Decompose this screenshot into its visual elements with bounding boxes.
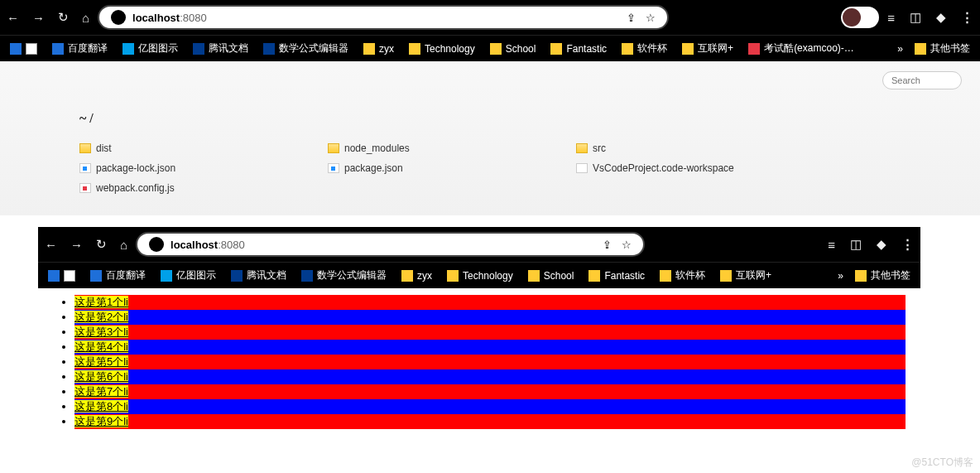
site-info-icon[interactable] (111, 10, 126, 25)
url-host: localhost (171, 239, 218, 251)
dir-icon (328, 143, 339, 153)
bookmark-item[interactable]: zyx (363, 43, 394, 55)
list-item: 这是第3个li (74, 325, 906, 340)
bookmark-icon (161, 270, 172, 282)
dir-icon (576, 143, 588, 153)
bookmark-item[interactable]: 百度翻译 (52, 41, 108, 56)
list-item: 这是第2个li (74, 310, 906, 325)
bookmark-label: 腾讯文档 (209, 41, 248, 56)
bookmark-label: 数学公式编辑器 (279, 41, 348, 56)
bookmark-item[interactable]: Fantastic (588, 270, 645, 282)
bookmark-item[interactable]: 互联网+ (720, 268, 771, 282)
bookmark-label: Technology (463, 270, 513, 282)
back-icon[interactable]: ← (7, 11, 19, 25)
list-item: 这是第7个li (74, 384, 906, 399)
star-icon[interactable]: ☆ (646, 12, 656, 24)
star-icon[interactable]: ☆ (622, 239, 632, 251)
file-entry[interactable]: package-lock.json (79, 162, 328, 174)
share-icon[interactable]: ⇪ (603, 239, 612, 251)
bookmark-item[interactable]: Technology (409, 43, 475, 55)
reload-icon[interactable]: ↻ (58, 10, 69, 25)
reload-icon[interactable]: ↻ (96, 237, 107, 252)
list-item-text: 这是第6个li (74, 370, 128, 383)
bookmark-icon (588, 270, 600, 282)
search-input[interactable] (882, 71, 962, 89)
bookmark-item[interactable]: 亿图图示 (122, 41, 178, 56)
bookmark-icon (490, 43, 502, 55)
address-bar[interactable]: localhost:8080 ⇪ ☆ (98, 5, 669, 30)
file-entry[interactable]: webpack.config.js (79, 182, 328, 194)
bookmark-label: 软件杯 (637, 41, 667, 56)
other-bookmarks[interactable]: 其他书签 (855, 268, 910, 282)
extension-pill[interactable] (841, 7, 879, 28)
browser-toolbar: ← → ↻ ⌂ localhost:8080 ⇪ ☆ ≡ ◫ ◆ ⋮ (0, 0, 980, 35)
profile-icon[interactable]: ◆ (936, 10, 946, 25)
bookmark-icon (660, 270, 671, 282)
bookmark-label: Fantastic (604, 270, 645, 282)
bookmark-label: zyx (417, 270, 432, 282)
bookmark-item[interactable]: 腾讯文档 (193, 41, 248, 56)
bookmarks-bar: 百度翻译亿图图示腾讯文档数学公式编辑器zyxTechnologySchoolFa… (0, 35, 980, 61)
url-actions: ⇪ ☆ (603, 239, 632, 251)
bookmark-item[interactable]: 数学公式编辑器 (263, 41, 348, 56)
share-icon[interactable]: ⇪ (627, 12, 636, 24)
bookmark-label: Technology (425, 43, 475, 55)
bookmark-item[interactable]: Fantastic (550, 43, 607, 55)
list-item: 这是第6个li (74, 369, 906, 384)
file-entry[interactable]: node_modules (328, 142, 576, 154)
bookmark-item[interactable]: 软件杯 (622, 41, 667, 56)
bookmark-icon (528, 270, 540, 282)
bookmark-item[interactable]: 百度翻译 (90, 268, 146, 282)
reader-icon[interactable]: ≡ (828, 238, 835, 252)
bookmark-item[interactable]: 腾讯文档 (231, 268, 286, 282)
bookmark-label: 腾讯文档 (247, 268, 286, 282)
files-grid: distnode_modulessrcpackage-lock.jsonpack… (79, 142, 980, 194)
bookmark-icon (409, 43, 420, 55)
bookmark-icon (748, 43, 760, 55)
bookmark-item[interactable]: 亿图图示 (161, 268, 216, 282)
reader-icon[interactable]: ≡ (887, 11, 895, 25)
panel-icon[interactable]: ◫ (850, 237, 862, 252)
forward-icon[interactable]: → (70, 238, 83, 252)
list-item-text: 这是第3个li (74, 326, 128, 338)
bookmark-item[interactable]: School (528, 270, 574, 282)
bookmark-item[interactable]: 软件杯 (660, 268, 705, 282)
file-listing-page: ~ / distnode_modulessrcpackage-lock.json… (0, 61, 980, 215)
overflow-icon[interactable]: » (838, 270, 843, 282)
file-entry[interactable]: dist (79, 142, 328, 154)
panel-icon[interactable]: ◫ (910, 10, 921, 25)
toolbar-right-icons: ≡ ◫ ◆ ⋮ (887, 10, 973, 25)
file-entry[interactable]: src (576, 142, 824, 154)
back-icon[interactable]: ← (45, 238, 57, 252)
list-item-text: 这是第4个li (74, 340, 128, 353)
translate-icon (10, 43, 22, 55)
app-icon (64, 270, 75, 282)
home-icon[interactable]: ⌂ (120, 238, 127, 252)
js-icon (79, 183, 91, 193)
list-item-text: 这是第2个li (74, 311, 128, 323)
styled-list: 这是第1个li这是第2个li这是第3个li这是第4个li这是第5个li这是第6个… (53, 295, 906, 429)
site-info-icon[interactable] (149, 237, 164, 252)
bookmark-icon (401, 270, 413, 282)
forward-icon[interactable]: → (32, 11, 45, 25)
menu-icon[interactable]: ⋮ (901, 237, 914, 252)
home-icon[interactable]: ⌂ (82, 11, 89, 25)
json-icon (79, 163, 91, 173)
menu-icon[interactable]: ⋮ (961, 10, 973, 25)
bookmark-item[interactable]: 数学公式编辑器 (301, 268, 387, 282)
file-entry[interactable]: VsCodeProject.code-workspace (576, 162, 824, 174)
overflow-icon[interactable]: » (897, 43, 903, 55)
list-item-text: 这是第5个li (74, 355, 128, 368)
list-item: 这是第9个li (74, 414, 906, 429)
address-bar[interactable]: localhost:8080 ⇪ ☆ (136, 232, 645, 257)
file-name: package.json (344, 162, 403, 174)
bookmark-item[interactable]: zyx (401, 270, 432, 282)
bookmark-item[interactable]: 互联网+ (682, 41, 733, 56)
nav-buttons: ← → ↻ ⌂ (45, 237, 127, 252)
bookmark-item[interactable]: School (490, 43, 536, 55)
profile-icon[interactable]: ◆ (877, 237, 886, 252)
bookmark-item[interactable]: 考试酷(examcoo)-… (748, 41, 854, 56)
other-bookmarks[interactable]: 其他书签 (915, 41, 970, 56)
file-entry[interactable]: package.json (328, 162, 576, 174)
bookmark-item[interactable]: Technology (447, 270, 513, 282)
